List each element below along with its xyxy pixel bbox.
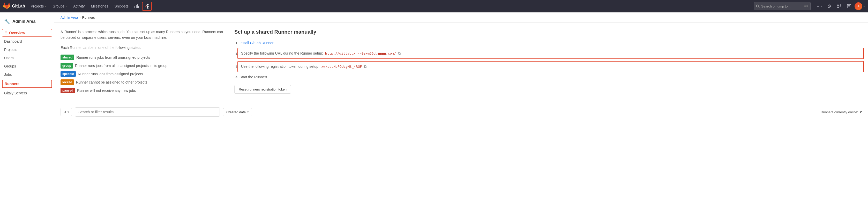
search-filter-input[interactable] [75, 107, 220, 117]
setup-step-3: Use the following registration token dur… [240, 61, 862, 72]
setup-steps: Install GitLab Runner Specify the follow… [234, 40, 862, 80]
top-navigation: GitLab Projects ▾ Groups ▾ Activity Mile… [0, 0, 868, 12]
gitlab-brand-text: GitLab [12, 4, 25, 8]
merge-requests-icon-btn[interactable] [835, 2, 844, 10]
sidebar-item-jobs[interactable]: Jobs [0, 70, 54, 79]
runners-online-text: Runners currently online: 2 [821, 110, 862, 114]
step-4-text: Start the Runner! [240, 75, 267, 79]
sidebar: 🔧 Admin Area ⊞ Overview Dashboard Projec… [0, 12, 54, 210]
left-panel: A 'Runner' is a process which runs a job… [61, 29, 226, 98]
sidebar-item-dashboard[interactable]: Dashboard [0, 37, 54, 46]
gitlab-logo[interactable]: GitLab [3, 3, 25, 10]
add-button[interactable]: ＋▾ [814, 2, 824, 11]
topnav-right-icons: ＋▾ A ▾ [814, 2, 865, 11]
list-item-shared: shared Runner runs jobs from all unassig… [61, 55, 226, 60]
svg-point-7 [837, 5, 838, 6]
list-item-group: group Runner runs jobs from all unassign… [61, 63, 226, 68]
filter-reset-chevron-icon: ▾ [67, 111, 69, 114]
sidebar-item-gitaly-servers[interactable]: Gitaly Servers [0, 89, 54, 97]
list-item-paused: paused Runner will not receive any new j… [61, 88, 226, 93]
runner-url: http://gitlab.xn--0zwm56d.■■■■.com/ [325, 52, 396, 55]
sidebar-header: 🔧 Admin Area [0, 17, 54, 28]
right-panel: Set up a shared Runner manually Install … [234, 29, 862, 98]
setup-step-1: Install GitLab Runner [240, 40, 862, 46]
user-avatar[interactable]: A [855, 2, 862, 10]
svg-rect-1 [136, 5, 136, 8]
main-content: Admin Area › Runners A 'Runner' is a pro… [54, 12, 868, 210]
projects-chevron-icon: ▾ [45, 5, 46, 8]
search-shortcut: ⌘K [804, 5, 808, 8]
issues-icon-btn[interactable] [845, 2, 854, 10]
runner-states-heading: Each Runner can be in one of the followi… [61, 45, 226, 51]
filter-bar: ↺ ▾ Created date ▾ Runners currently onl… [54, 104, 868, 120]
copy-url-icon[interactable]: ⧉ [398, 51, 401, 55]
created-date-label: Created date [226, 110, 246, 114]
sidebar-item-users[interactable]: Users [0, 54, 54, 62]
badge-locked: locked [61, 80, 74, 85]
overview-grid-icon: ⊞ [4, 31, 7, 35]
step-token-container: Use the following registration token dur… [238, 61, 864, 72]
svg-rect-3 [138, 6, 139, 8]
admin-wrench-icon: 🔧 [4, 19, 10, 24]
breadcrumb-current: Runners [82, 16, 95, 20]
badge-group: group [61, 63, 73, 68]
svg-rect-2 [137, 4, 138, 8]
setup-step-4: Start the Runner! [240, 74, 862, 80]
list-item-locked: locked Runner cannot be assigned to othe… [61, 80, 226, 85]
copy-token-icon[interactable]: ⧉ [364, 64, 367, 68]
step-2-prefix: Specify the following URL during the Run… [241, 51, 324, 55]
sidebar-item-runners[interactable]: Runners [2, 80, 52, 88]
svg-rect-0 [134, 6, 135, 8]
sidebar-item-groups[interactable]: Groups [0, 62, 54, 70]
setup-step-2: Specify the following URL during the Run… [240, 48, 862, 59]
install-runner-link[interactable]: Install GitLab Runner [240, 41, 274, 45]
badge-paused: paused [61, 88, 75, 93]
runners-online-count: 2 [860, 110, 862, 114]
content-area: A 'Runner' is a process which runs a job… [54, 23, 868, 104]
breadcrumb: Admin Area › Runners [54, 12, 868, 23]
admin-wrench-icon-btn[interactable] [142, 2, 152, 10]
step-url-container: Specify the following URL during the Run… [238, 48, 864, 59]
nav-activity[interactable]: Activity [71, 3, 87, 10]
sidebar-title: Admin Area [12, 19, 35, 24]
created-date-filter-button[interactable]: Created date ▾ [223, 108, 252, 116]
sidebar-item-overview[interactable]: ⊞ Overview [2, 29, 52, 37]
avatar-chevron-icon[interactable]: ▾ [863, 5, 865, 8]
runner-states-list: shared Runner runs jobs from all unassig… [61, 55, 226, 93]
groups-chevron-icon: ▾ [65, 5, 67, 8]
reset-icon: ↺ [63, 110, 66, 114]
svg-point-8 [840, 5, 841, 6]
broadcast-icon-btn[interactable] [825, 2, 834, 10]
nav-projects[interactable]: Projects ▾ [28, 3, 49, 10]
reset-token-button[interactable]: Reset runners registration token [234, 85, 291, 94]
nav-milestones[interactable]: Milestones [89, 3, 111, 10]
chart-icon-btn[interactable] [132, 2, 141, 10]
search-placeholder-text: Search or jump to... [761, 4, 790, 8]
runner-description: A 'Runner' is a process which runs a job… [61, 29, 226, 40]
search-box[interactable]: Search or jump to... ⌘K [754, 2, 811, 10]
step-3-prefix: Use the following registration token dur… [241, 64, 320, 68]
breadcrumb-separator: › [80, 16, 81, 20]
badge-shared: shared [61, 55, 74, 60]
search-icon [756, 4, 760, 8]
filter-reset-button[interactable]: ↺ ▾ [61, 108, 72, 116]
nav-snippets[interactable]: Snippets [112, 3, 131, 10]
main-layout: 🔧 Admin Area ⊞ Overview Dashboard Projec… [0, 12, 868, 210]
svg-rect-6 [828, 6, 829, 7]
created-date-chevron-icon: ▾ [247, 111, 249, 114]
svg-line-5 [758, 7, 760, 8]
setup-title: Set up a shared Runner manually [234, 29, 862, 35]
badge-specific: specific [61, 71, 76, 77]
nav-groups[interactable]: Groups ▾ [50, 3, 69, 10]
sidebar-item-projects[interactable]: Projects [0, 46, 54, 54]
registration-token: xwxobLNoPQUzyMt_4RGF [321, 65, 362, 68]
breadcrumb-parent[interactable]: Admin Area [61, 16, 78, 20]
list-item-specific: specific Runner runs jobs from assigned … [61, 71, 226, 77]
